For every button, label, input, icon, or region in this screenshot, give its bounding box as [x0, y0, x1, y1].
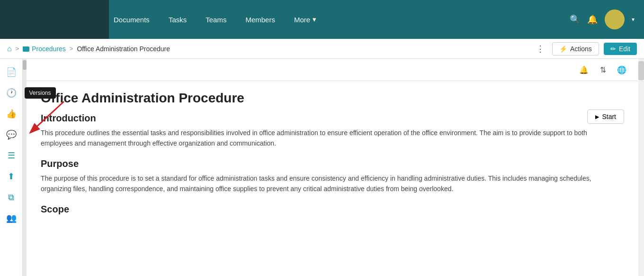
clock-icon: 🕐 — [6, 88, 17, 98]
sidebar-copy-icon[interactable]: ⧉ — [3, 189, 20, 206]
nav-teams[interactable]: Teams — [206, 16, 226, 24]
notification-icon[interactable]: 🔔 — [587, 14, 598, 25]
sidebar-upload-icon[interactable]: ⬆ — [3, 168, 20, 185]
breadcrumb-procedures[interactable]: Procedures — [23, 45, 66, 53]
breadcrumb-bar: ⌂ > Procedures > Office Administration P… — [0, 39, 644, 59]
versions-tooltip: Versions — [25, 87, 56, 99]
lightning-icon: ⚡ — [559, 45, 567, 53]
document-body: Office Administration Procedure ▶ Start … — [27, 81, 638, 276]
user-dropdown-icon[interactable]: ▾ — [632, 16, 635, 23]
nav-items: Documents Tasks Teams Members More ▾ — [114, 15, 570, 24]
breadcrumb: ⌂ > Procedures > Office Administration P… — [7, 45, 533, 53]
home-icon[interactable]: ⌂ — [7, 45, 12, 53]
left-scroll-handle[interactable] — [23, 60, 27, 70]
play-icon: ▶ — [595, 114, 599, 120]
folder-icon — [23, 46, 29, 52]
section-scope-heading: Scope — [41, 204, 619, 215]
section-introduction-text: This procedure outlines the essential ta… — [41, 128, 619, 149]
section-purpose-heading: Purpose — [41, 158, 619, 169]
sidebar-users-icon[interactable]: 👥 — [3, 210, 20, 227]
section-purpose-text: The purpose of this procedure is to set … — [41, 173, 619, 194]
list-icon: ☰ — [8, 150, 15, 161]
adjust-toolbar-icon[interactable]: ⇅ — [596, 63, 610, 77]
app-logo — [0, 0, 109, 39]
section-introduction-heading: Introduction — [41, 113, 619, 124]
globe-toolbar-icon[interactable]: 🌐 — [615, 63, 629, 77]
sidebar-comments-icon[interactable]: 💬 — [3, 126, 20, 143]
upload-icon: ⬆ — [8, 171, 15, 182]
sidebar-versions-icon[interactable]: 🕐 Versions — [3, 84, 20, 101]
breadcrumb-sep-1: > — [16, 45, 19, 52]
right-scroll-handle[interactable] — [638, 61, 644, 80]
right-scrollbar — [638, 59, 644, 276]
bell-toolbar-icon[interactable]: 🔔 — [577, 63, 591, 77]
nav-right-actions: 🔍 🔔 ▾ — [570, 9, 635, 29]
left-sidebar: 📄 🕐 Versions 👍 💬 ☰ ⬆ ⧉ 👥 — [0, 59, 23, 276]
chat-icon: 💬 — [6, 129, 17, 140]
more-options-icon[interactable]: ⋮ — [533, 42, 547, 55]
breadcrumb-actions: ⋮ ⚡ Actions ✏ Edit — [533, 42, 637, 55]
breadcrumb-sep-2: > — [70, 45, 73, 52]
user-avatar[interactable] — [605, 9, 625, 29]
search-icon[interactable]: 🔍 — [570, 14, 580, 25]
nav-more[interactable]: More ▾ — [294, 15, 316, 24]
start-button[interactable]: ▶ Start — [587, 110, 624, 124]
edit-button[interactable]: ✏ Edit — [604, 43, 637, 55]
thumbs-up-icon: 👍 — [6, 109, 17, 119]
sidebar-list-icon[interactable]: ☰ — [3, 147, 20, 164]
edit-icon: ✏ — [610, 45, 616, 53]
main-content: 🔔 ⇅ 🌐 Office Administration Procedure ▶ … — [27, 59, 638, 276]
users-icon: 👥 — [6, 213, 17, 223]
actions-button[interactable]: ⚡ Actions — [552, 42, 599, 55]
nav-members[interactable]: Members — [245, 16, 275, 24]
content-toolbar: 🔔 ⇅ 🌐 — [27, 59, 638, 81]
copy-icon: ⧉ — [8, 193, 14, 202]
breadcrumb-current-page: Office Administration Procedure — [77, 45, 170, 53]
main-layout: 📄 🕐 Versions 👍 💬 ☰ ⬆ ⧉ 👥 — [0, 59, 644, 276]
sidebar-like-icon[interactable]: 👍 — [3, 105, 20, 122]
sidebar-doc-icon[interactable]: 📄 — [3, 64, 20, 81]
nav-tasks[interactable]: Tasks — [169, 16, 187, 24]
nav-documents[interactable]: Documents — [114, 16, 150, 24]
document-icon: 📄 — [6, 67, 17, 77]
more-chevron-icon: ▾ — [313, 15, 316, 24]
document-title: Office Administration Procedure — [41, 91, 619, 106]
